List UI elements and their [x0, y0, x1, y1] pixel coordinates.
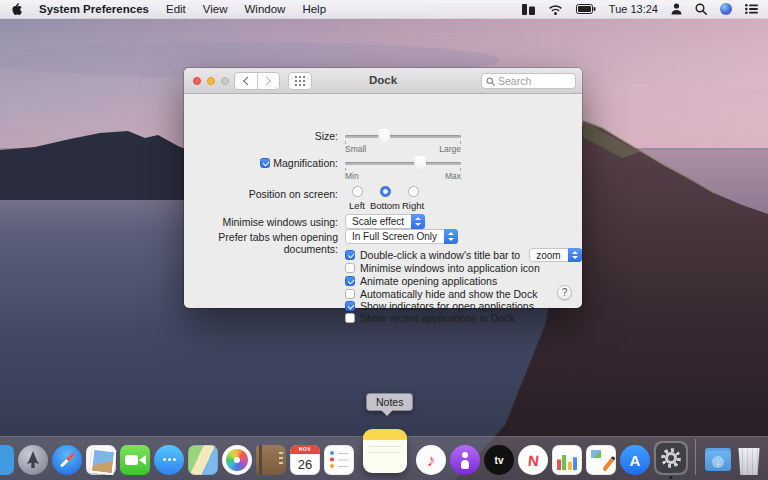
pages-icon[interactable] [586, 445, 616, 475]
battery-icon[interactable] [576, 4, 596, 14]
help-button[interactable]: ? [557, 285, 572, 300]
search-field[interactable] [481, 73, 576, 89]
podcasts-icon[interactable] [450, 445, 480, 475]
menu-bar: System Preferences Edit View Window Help… [0, 0, 768, 19]
checkbox-row-indicators[interactable]: Show indicators for open applications [345, 300, 534, 312]
launchpad-icon[interactable] [18, 445, 48, 475]
minimise-effect-popup[interactable]: Scale effect [345, 214, 425, 229]
checkbox[interactable] [345, 289, 355, 299]
user-icon[interactable] [671, 3, 682, 15]
contacts-icon[interactable] [256, 445, 286, 475]
size-max-label: Large [437, 144, 461, 154]
dock-preferences-window: Dock Size: Small Large Magnification: [184, 68, 582, 308]
size-min-label: Small [345, 144, 366, 154]
music-icon[interactable]: ♪ [416, 445, 446, 475]
checkbox-label: Animate opening applications [360, 275, 497, 287]
radio-left[interactable] [352, 186, 363, 197]
position-label: Position on screen: [184, 188, 338, 200]
menu-edit[interactable]: Edit [166, 3, 186, 15]
checkbox-label: Show recent applications in Dock [360, 312, 515, 324]
preview-icon[interactable] [86, 445, 116, 475]
facetime-icon[interactable] [120, 445, 150, 475]
prefer-tabs-popup[interactable]: In Full Screen Only [345, 229, 458, 244]
checkbox[interactable] [345, 301, 355, 311]
app-store-icon[interactable]: A [620, 445, 650, 475]
menubar-app-name[interactable]: System Preferences [39, 3, 149, 15]
checkbox-row-animate[interactable]: Animate opening applications [345, 275, 497, 287]
dock-tooltip: Notes [366, 393, 413, 411]
checkbox-row-recent-apps[interactable]: Show recent applications in Dock [345, 312, 515, 324]
dock: NOV 26 ♪ tv N A ↓ [0, 436, 768, 480]
checkbox-label: Show indicators for open applications [360, 300, 534, 312]
menu-help[interactable]: Help [302, 3, 326, 15]
downloads-folder-icon[interactable]: ↓ [703, 445, 733, 475]
wifi-icon[interactable] [548, 4, 563, 15]
news-icon[interactable]: N [518, 445, 548, 475]
menu-view[interactable]: View [203, 3, 228, 15]
spotlight-icon[interactable] [695, 3, 707, 15]
window-titlebar[interactable]: Dock [184, 68, 582, 94]
doubleclick-action-popup[interactable]: zoom [529, 248, 581, 262]
checkbox-label: Minimise windows into application icon [360, 262, 540, 274]
size-label: Size: [184, 130, 338, 142]
download-arrow-icon: ↓ [712, 456, 724, 468]
safari-icon[interactable] [52, 445, 82, 475]
size-slider[interactable] [345, 129, 461, 143]
system-preferences-dock-item[interactable] [654, 441, 688, 475]
checkbox-label: Double-click a window's title bar to [360, 249, 520, 261]
popup-stepper-icon [568, 248, 582, 262]
apple-logo-icon[interactable] [10, 2, 22, 16]
numbers-icon[interactable] [552, 445, 582, 475]
checkbox[interactable] [345, 276, 355, 286]
size-slider-thumb[interactable] [378, 129, 390, 143]
minimise-effect-value: Scale effect [352, 216, 404, 227]
magnification-slider[interactable] [345, 156, 461, 170]
menubar-clock[interactable]: Tue 13:24 [609, 3, 658, 15]
display-icon[interactable] [522, 4, 535, 15]
checkbox[interactable] [345, 313, 355, 323]
menu-window[interactable]: Window [245, 3, 286, 15]
music-note-glyph: ♪ [427, 452, 436, 469]
minimise-effect-label: Minimise windows using: [184, 216, 338, 228]
reminders-icon[interactable] [324, 445, 354, 475]
checkbox-row-autohide[interactable]: Automatically hide and show the Dock [345, 288, 537, 300]
desktop: System Preferences Edit View Window Help… [0, 0, 768, 480]
radio-right-label: Right [391, 200, 435, 211]
search-input[interactable] [498, 75, 568, 87]
magnification-slider-track [345, 162, 461, 165]
radio-bottom[interactable] [380, 186, 391, 197]
prefer-tabs-value: In Full Screen Only [352, 231, 437, 242]
running-indicator [670, 476, 673, 479]
finder-icon[interactable] [0, 445, 14, 475]
appstore-label: A [630, 452, 641, 469]
magnification-label-row: Magnification: [184, 157, 338, 169]
size-slider-track [345, 135, 461, 138]
checkbox-row-doubleclick[interactable]: Double-click a window's title bar to zoo… [345, 249, 582, 261]
maps-icon[interactable] [188, 445, 218, 475]
doubleclick-action-value: zoom [536, 250, 560, 261]
tv-label: tv [495, 455, 504, 466]
calendar-day: 26 [290, 454, 320, 475]
news-label: N [527, 452, 540, 469]
magnification-checkbox[interactable] [260, 158, 270, 168]
photos-icon[interactable] [222, 445, 252, 475]
popup-stepper-icon [411, 214, 425, 229]
messages-icon[interactable] [154, 445, 184, 475]
system-preferences-icon [656, 443, 686, 473]
checkbox-row-minimise-into-icon[interactable]: Minimise windows into application icon [345, 262, 540, 274]
magnification-slider-thumb[interactable] [414, 156, 426, 170]
trash-icon[interactable] [737, 448, 761, 475]
radio-right[interactable] [408, 186, 419, 197]
magnification-max-label: Max [437, 171, 461, 181]
prefer-tabs-label: Prefer tabs when opening documents: [184, 231, 338, 255]
siri-icon[interactable] [720, 3, 732, 15]
apple-tv-icon[interactable]: tv [484, 445, 514, 475]
checkbox[interactable] [345, 250, 355, 260]
notification-center-icon[interactable] [745, 4, 758, 14]
notes-icon[interactable] [363, 429, 407, 473]
checkbox-label: Automatically hide and show the Dock [360, 288, 537, 300]
search-icon [486, 77, 495, 86]
checkbox[interactable] [345, 263, 355, 273]
calendar-icon[interactable]: NOV 26 [290, 445, 320, 475]
calendar-month: NOV [290, 445, 320, 454]
